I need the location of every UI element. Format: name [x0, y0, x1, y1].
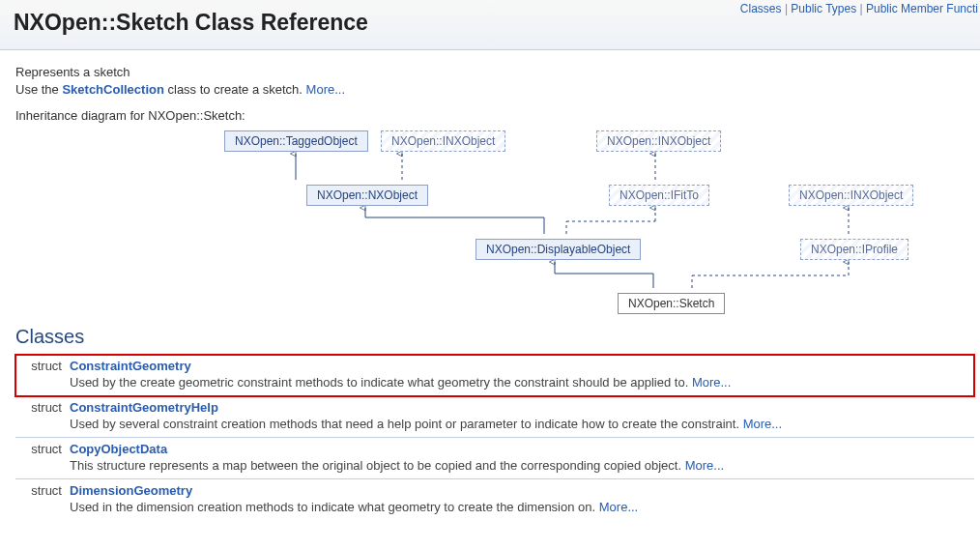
link-public-member-functions[interactable]: Public Member Functi	[866, 2, 978, 15]
desc-line2-post: class to create a sketch.	[164, 82, 306, 97]
more-link[interactable]: More...	[599, 500, 638, 514]
description: Represents a sketch Use the SketchCollec…	[15, 64, 974, 99]
class-kind: struct	[15, 355, 66, 396]
node-inxobject-1[interactable]: NXOpen::INXObject	[381, 130, 505, 152]
link-classes[interactable]: Classes	[740, 2, 782, 15]
node-ifitto[interactable]: NXOpen::IFitTo	[609, 185, 709, 206]
node-inxobject-3[interactable]: NXOpen::INXObject	[789, 185, 913, 206]
class-kind: struct	[15, 479, 66, 521]
table-row: struct ConstraintGeometryUsed by the cre…	[15, 355, 974, 396]
inheritance-label: Inheritance diagram for NXOpen::Sketch:	[15, 108, 974, 123]
header-bar: Classes | Public Types | Public Member F…	[0, 0, 980, 50]
node-inxobject-2[interactable]: NXOpen::INXObject	[596, 130, 721, 152]
top-links: Classes | Public Types | Public Member F…	[740, 2, 978, 15]
desc-line1: Represents a sketch	[15, 65, 130, 79]
class-cell: ConstraintGeometryUsed by the create geo…	[66, 355, 974, 396]
classes-table: struct ConstraintGeometryUsed by the cre…	[15, 354, 974, 520]
node-taggedobject[interactable]: NXOpen::TaggedObject	[224, 130, 368, 152]
node-displayableobject[interactable]: NXOpen::DisplayableObject	[476, 239, 641, 260]
table-row: struct ConstraintGeometryHelpUsed by sev…	[15, 396, 974, 438]
node-nxobject[interactable]: NXOpen::NXObject	[306, 185, 428, 206]
class-cell: CopyObjectDataThis structure represents …	[66, 438, 974, 479]
table-row: struct DimensionGeometryUsed in the dime…	[15, 479, 974, 521]
class-desc: Used by several constraint creation meth…	[70, 417, 970, 431]
more-link[interactable]: More...	[743, 417, 782, 431]
link-public-types[interactable]: Public Types	[791, 2, 856, 15]
more-link[interactable]: More...	[692, 375, 731, 390]
table-row: struct CopyObjectDataThis structure repr…	[15, 438, 974, 479]
inheritance-diagram: NXOpen::TaggedObject NXOpen::INXObject N…	[15, 125, 953, 318]
diagram-arrows	[15, 125, 953, 318]
class-cell: ConstraintGeometryHelpUsed by several co…	[66, 396, 974, 438]
desc-line2-pre: Use the	[15, 82, 62, 97]
class-desc: Used in the dimension creation methods t…	[70, 500, 970, 514]
class-desc: Used by the create geometric constraint …	[70, 375, 970, 390]
class-desc: This structure represents a map between …	[70, 458, 970, 473]
class-link[interactable]: ConstraintGeometryHelp	[70, 400, 218, 415]
class-link[interactable]: DimensionGeometry	[70, 483, 192, 498]
section-classes: Classes	[15, 326, 974, 348]
desc-more-link[interactable]: More...	[306, 82, 345, 97]
content: Represents a sketch Use the SketchCollec…	[0, 50, 980, 530]
node-sketch[interactable]: NXOpen::Sketch	[618, 293, 725, 314]
node-iprofile[interactable]: NXOpen::IProfile	[800, 239, 908, 260]
class-link[interactable]: CopyObjectData	[70, 442, 167, 456]
class-kind: struct	[15, 396, 66, 438]
more-link[interactable]: More...	[685, 458, 724, 473]
link-sketchcollection[interactable]: SketchCollection	[62, 82, 163, 97]
class-cell: DimensionGeometryUsed in the dimension c…	[66, 479, 974, 521]
class-link[interactable]: ConstraintGeometry	[70, 359, 191, 373]
class-kind: struct	[15, 438, 66, 479]
